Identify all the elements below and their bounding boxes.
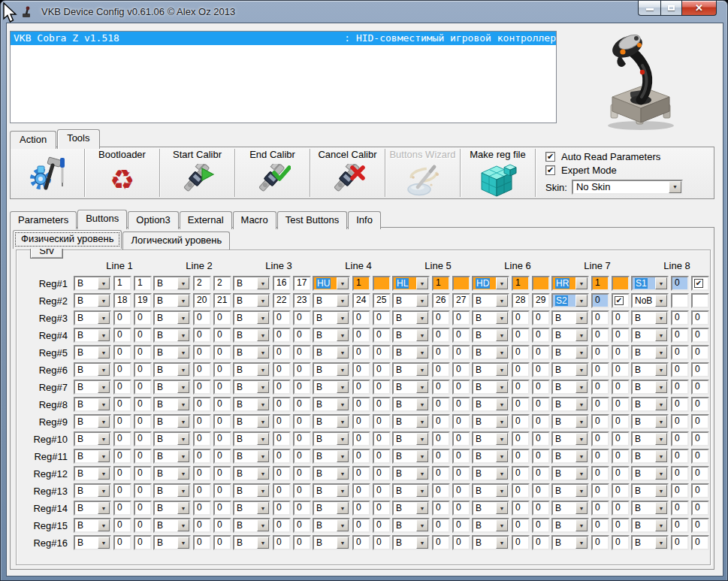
- button-type-select[interactable]: B▼: [392, 449, 430, 464]
- button-type-select[interactable]: B▼: [153, 328, 191, 343]
- button-number-field[interactable]: 0: [512, 328, 530, 343]
- tab-parameters[interactable]: Parameters: [10, 211, 77, 229]
- chevron-down-icon[interactable]: ▼: [655, 433, 667, 445]
- button-number-field[interactable]: 0: [273, 466, 291, 481]
- chevron-down-icon[interactable]: ▼: [575, 312, 588, 324]
- tab-action[interactable]: Action: [10, 131, 56, 149]
- button-number-field[interactable]: 0: [352, 397, 370, 412]
- chevron-down-icon[interactable]: ▼: [257, 381, 269, 393]
- button-type-select[interactable]: B▼: [233, 328, 270, 343]
- chevron-down-icon[interactable]: ▼: [177, 450, 189, 462]
- chevron-down-icon[interactable]: ▼: [337, 381, 349, 393]
- chevron-down-icon[interactable]: ▼: [575, 346, 588, 359]
- button-number-field[interactable]: 0: [293, 380, 311, 395]
- button-type-select[interactable]: B▼: [631, 380, 669, 395]
- button-number-field[interactable]: 0: [293, 431, 311, 446]
- button-type-select[interactable]: B▼: [74, 535, 111, 550]
- button-type-select[interactable]: B▼: [631, 466, 669, 481]
- chevron-down-icon[interactable]: ▼: [575, 433, 588, 445]
- maximize-button[interactable]: [660, 1, 681, 16]
- button-number-field[interactable]: 29: [532, 293, 550, 308]
- button-type-select[interactable]: B▼: [392, 501, 430, 516]
- chevron-down-icon[interactable]: ▼: [337, 312, 349, 324]
- chevron-down-icon[interactable]: ▼: [655, 468, 667, 480]
- button-number-field[interactable]: 0: [432, 328, 450, 343]
- button-type-select[interactable]: B▼: [233, 345, 270, 360]
- button-number-field[interactable]: 0: [591, 501, 609, 516]
- button-type-select[interactable]: B▼: [153, 362, 191, 377]
- chevron-down-icon[interactable]: ▼: [416, 312, 428, 324]
- button-number-field[interactable]: 0: [213, 345, 231, 360]
- button-type-select[interactable]: B▼: [392, 518, 430, 533]
- button-type-select[interactable]: B▼: [551, 380, 589, 395]
- chevron-down-icon[interactable]: ▼: [98, 433, 110, 445]
- button-number-field[interactable]: 0: [352, 449, 370, 464]
- button-number-field[interactable]: 0: [293, 466, 311, 481]
- button-type-select[interactable]: B▼: [551, 345, 589, 360]
- chevron-down-icon[interactable]: ▼: [177, 468, 189, 480]
- button-number-field[interactable]: 27: [452, 293, 470, 308]
- minimize-button[interactable]: [638, 1, 660, 16]
- button-type-select[interactable]: B▼: [153, 535, 191, 550]
- chevron-down-icon[interactable]: ▼: [257, 502, 269, 514]
- button-type-select[interactable]: B▼: [472, 501, 509, 516]
- chevron-down-icon[interactable]: ▼: [416, 346, 428, 359]
- chevron-down-icon[interactable]: ▼: [98, 381, 110, 393]
- button-type-select[interactable]: B▼: [233, 431, 270, 446]
- button-type-select[interactable]: B▼: [153, 345, 191, 360]
- chevron-down-icon[interactable]: ▼: [98, 485, 110, 497]
- button-type-select[interactable]: B▼: [631, 414, 669, 429]
- chevron-down-icon[interactable]: ▼: [337, 485, 349, 497]
- chevron-down-icon[interactable]: ▼: [575, 519, 588, 531]
- button-number-field[interactable]: 0: [671, 501, 689, 516]
- button-number-field[interactable]: 0: [193, 483, 211, 498]
- button-number-field[interactable]: 0: [373, 328, 391, 343]
- button-number-field[interactable]: 0: [591, 345, 609, 360]
- button-number-field[interactable]: 1: [134, 276, 152, 291]
- device-tools-button[interactable]: [11, 147, 83, 198]
- cancel-calibr-button[interactable]: Cancel Calibr: [311, 147, 384, 198]
- button-type-select[interactable]: B▼: [74, 501, 111, 516]
- button-type-select[interactable]: B▼: [153, 276, 191, 291]
- end-calibr-button[interactable]: End Calibr: [236, 147, 309, 198]
- button-number-field[interactable]: 0: [293, 362, 311, 377]
- button-number-field[interactable]: 0: [591, 483, 609, 498]
- expert-mode-checkbox[interactable]: [545, 165, 555, 175]
- chevron-down-icon[interactable]: ▼: [575, 537, 588, 549]
- button-type-select[interactable]: B▼: [551, 535, 589, 550]
- button-number-field[interactable]: 0: [293, 535, 311, 550]
- button-type-select[interactable]: B▼: [153, 466, 191, 481]
- chevron-down-icon[interactable]: ▼: [177, 485, 189, 497]
- button-type-select[interactable]: B▼: [153, 293, 191, 308]
- button-type-select[interactable]: B▼: [233, 535, 270, 550]
- button-number-field[interactable]: 0: [373, 518, 391, 533]
- button-type-select[interactable]: B▼: [313, 466, 350, 481]
- button-number-field[interactable]: 0: [352, 362, 370, 377]
- button-number-field[interactable]: 0: [532, 483, 550, 498]
- button-number-field[interactable]: 0: [113, 328, 131, 343]
- make-reg-file-button[interactable]: Make reg file: [461, 147, 534, 198]
- chevron-down-icon[interactable]: ▼: [98, 416, 110, 428]
- chevron-down-icon[interactable]: ▼: [416, 468, 428, 480]
- button-number-field[interactable]: 0: [452, 380, 470, 395]
- button-number-field[interactable]: 0: [134, 483, 152, 498]
- button-type-select[interactable]: B▼: [472, 518, 509, 533]
- button-number-field[interactable]: 0: [213, 362, 231, 377]
- button-number-field[interactable]: 0: [512, 310, 530, 325]
- button-type-select[interactable]: B▼: [631, 397, 669, 412]
- button-type-select[interactable]: B▼: [74, 345, 111, 360]
- button-number-field[interactable]: 0: [512, 345, 530, 360]
- chevron-down-icon[interactable]: ▼: [98, 277, 110, 289]
- chevron-down-icon[interactable]: ▼: [177, 346, 189, 359]
- tab-tools[interactable]: Tools: [57, 129, 99, 149]
- button-type-select[interactable]: B▼: [551, 414, 589, 429]
- chevron-down-icon[interactable]: ▼: [655, 416, 667, 428]
- button-number-field[interactable]: 0: [193, 397, 211, 412]
- button-type-select[interactable]: B▼: [472, 466, 509, 481]
- button-number-field[interactable]: 0: [612, 380, 630, 395]
- button-type-select[interactable]: B▼: [551, 310, 589, 325]
- chevron-down-icon[interactable]: ▼: [257, 398, 269, 410]
- chevron-down-icon[interactable]: ▼: [655, 277, 667, 289]
- button-number-field[interactable]: [691, 293, 709, 308]
- button-number-field[interactable]: 0: [532, 380, 550, 395]
